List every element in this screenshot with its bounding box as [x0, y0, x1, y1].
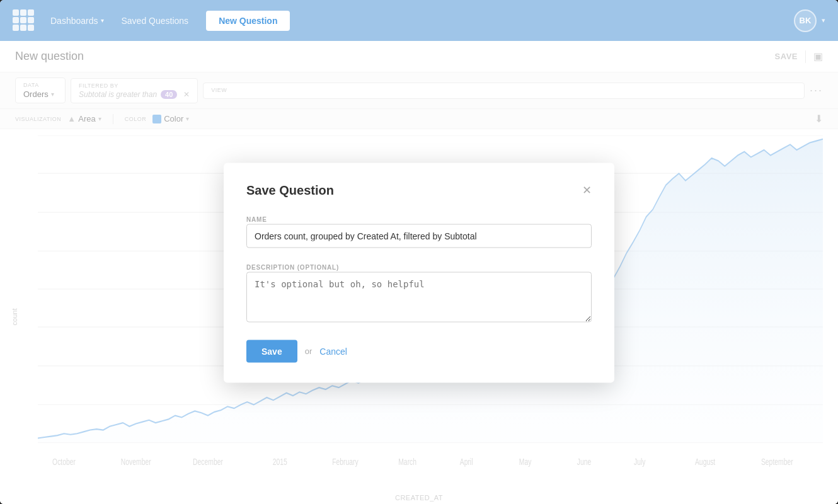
new-question-nav-button[interactable]: New Question [206, 11, 290, 31]
name-input[interactable] [246, 224, 592, 248]
chevron-down-icon: ▾ [101, 17, 104, 24]
modal-title: Save Question [246, 183, 334, 197]
or-text: or [305, 346, 313, 356]
name-field-label: NAME [246, 215, 267, 222]
modal-actions: Save or Cancel [246, 340, 592, 362]
modal-header: Save Question ✕ [246, 183, 592, 197]
avatar: BK [794, 9, 817, 32]
logo-icon [13, 9, 35, 32]
user-menu[interactable]: BK ▾ [794, 9, 825, 32]
cancel-button[interactable]: Cancel [319, 346, 347, 356]
save-question-modal: Save Question ✕ NAME DESCRIPTION (OPTION… [224, 163, 614, 382]
dashboards-nav-link[interactable]: Dashboards ▾ [50, 16, 104, 26]
user-menu-chevron-icon: ▾ [822, 16, 825, 25]
description-textarea[interactable] [246, 272, 592, 322]
main-content: New question SAVE ▣ DATA Orders ▾ FILTER… [0, 41, 838, 504]
modal-close-button[interactable]: ✕ [582, 185, 592, 196]
description-field-label: DESCRIPTION (OPTIONAL) [246, 263, 339, 270]
saved-questions-nav-link[interactable]: Saved Questions [122, 16, 189, 26]
topnav: Dashboards ▾ Saved Questions New Questio… [0, 0, 838, 41]
save-button[interactable]: Save [246, 340, 297, 362]
app-screen: Dashboards ▾ Saved Questions New Questio… [0, 0, 838, 504]
